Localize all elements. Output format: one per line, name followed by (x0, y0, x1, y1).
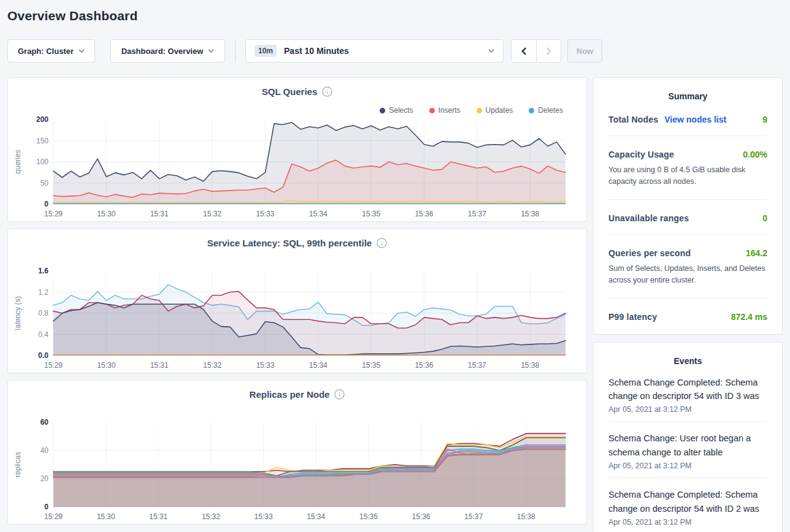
chart-title: Replicas per Node (250, 389, 330, 400)
overview-dashboard-page: Overview Dashboard Graph: Cluster Dashbo… (0, 0, 790, 532)
info-icon[interactable]: i (322, 86, 332, 97)
unavailable-ranges-value: 0 (762, 213, 767, 223)
queries-per-second-value: 164.2 (746, 248, 767, 258)
event-timestamp: Apr 05, 2021 at 3:12 PM (608, 515, 767, 526)
chart-sql-queries: SQL Queries i SelectsInsertsUpdatesDelet… (7, 77, 587, 222)
svg-text:0.0: 0.0 (38, 351, 48, 360)
svg-text:15:35: 15:35 (362, 210, 380, 218)
legend-dot (529, 108, 534, 113)
svg-text:15:31: 15:31 (149, 512, 167, 521)
summary-title: Summary (608, 91, 767, 101)
chevron-down-icon (208, 49, 214, 53)
svg-text:15:32: 15:32 (202, 512, 220, 521)
time-range-dropdown[interactable]: 10m Past 10 Minutes (245, 39, 504, 63)
now-button[interactable]: Now (567, 39, 602, 63)
total-nodes-row: Total Nodes View nodes list 9 (608, 101, 767, 124)
svg-text:0.4: 0.4 (38, 330, 48, 339)
p99-latency-row: P99 latency 872.4 ms (608, 298, 767, 322)
svg-text:15:38: 15:38 (517, 512, 535, 521)
dashboard-dropdown-label: Dashboard: Overview (121, 47, 204, 56)
info-icon[interactable]: i (334, 389, 345, 400)
chart-service-latency: Service Latency: SQL, 99th percentile i … (7, 229, 587, 373)
view-nodes-list-link[interactable]: View nodes list (664, 115, 726, 124)
svg-text:15:29: 15:29 (44, 210, 63, 218)
svg-text:i: i (339, 391, 340, 398)
time-nav-group (511, 39, 561, 63)
svg-text:i: i (327, 88, 328, 95)
svg-text:100: 100 (36, 158, 48, 166)
sql-queries-plot[interactable]: 15:2915:3015:3115:3215:3315:3415:3515:36… (12, 113, 585, 219)
service-latency-plot[interactable]: 15:2915:3015:3115:3215:3315:3415:3515:36… (12, 265, 585, 370)
svg-text:15:36: 15:36 (415, 210, 433, 218)
svg-text:queries: queries (13, 150, 22, 173)
p99-latency-value: 872.4 ms (731, 312, 767, 322)
capacity-usage-label: Capacity Usage (608, 150, 674, 159)
svg-text:15:33: 15:33 (255, 512, 273, 521)
sidebar: Summary Total Nodes View nodes list 9 Ca… (593, 77, 783, 532)
event-item[interactable]: Schema Change Completed: Schema change o… (608, 478, 767, 532)
events-panel: Events Schema Change Completed: Schema c… (593, 342, 783, 532)
p99-latency-label: P99 latency (608, 312, 657, 322)
dashboard-dropdown[interactable]: Dashboard: Overview (110, 39, 225, 63)
queries-per-second-desc: Sum of Selects, Updates, Inserts, and De… (608, 258, 767, 298)
events-title: Events (608, 356, 767, 366)
total-nodes-label: Total Nodes (608, 115, 658, 124)
svg-text:15:30: 15:30 (97, 361, 115, 370)
svg-text:15:30: 15:30 (97, 210, 115, 218)
chart-title: SQL Queries (262, 86, 318, 97)
time-next-button[interactable] (536, 40, 561, 62)
graph-dropdown-label: Graph: Cluster (18, 47, 74, 56)
legend-dot (477, 108, 482, 113)
svg-text:15:38: 15:38 (521, 210, 539, 218)
queries-per-second-label: Queries per second (608, 248, 691, 258)
svg-text:1.2: 1.2 (38, 288, 48, 297)
divider (608, 124, 767, 136)
event-timestamp: Apr 05, 2021 at 3:12 PM (608, 403, 767, 414)
total-nodes-value: 9 (762, 115, 767, 124)
svg-text:50: 50 (40, 179, 49, 188)
time-prev-button[interactable] (512, 40, 536, 62)
svg-text:15:29: 15:29 (44, 361, 63, 370)
svg-text:15:35: 15:35 (362, 361, 380, 370)
event-text: Schema Change Completed: Schema change o… (608, 376, 767, 403)
svg-text:15:37: 15:37 (464, 512, 483, 521)
svg-text:15:35: 15:35 (359, 512, 378, 521)
info-icon[interactable]: i (377, 238, 387, 248)
time-range-label: Past 10 Minutes (284, 46, 349, 56)
events-list: Schema Change Completed: Schema change o… (608, 366, 767, 532)
svg-text:15:30: 15:30 (97, 512, 115, 521)
svg-text:15:34: 15:34 (309, 361, 328, 370)
event-item[interactable]: Schema Change: User root began a schema … (608, 422, 767, 478)
svg-text:15:31: 15:31 (150, 210, 169, 218)
svg-text:15:29: 15:29 (44, 512, 63, 521)
replicas-plot[interactable]: 15:2915:3015:3115:3215:3315:3415:3515:36… (12, 416, 585, 522)
unavailable-ranges-label: Unavailable ranges (608, 213, 689, 223)
charts-column: SQL Queries i SelectsInsertsUpdatesDelet… (7, 77, 587, 525)
svg-text:15:36: 15:36 (415, 361, 433, 370)
svg-text:15:36: 15:36 (412, 512, 430, 521)
svg-text:0: 0 (44, 200, 48, 208)
svg-text:200: 200 (36, 115, 48, 124)
svg-text:0: 0 (44, 503, 48, 511)
svg-text:60: 60 (40, 418, 49, 427)
capacity-usage-desc: You are using 0 B of 4.5 GiB usable disk… (608, 159, 767, 200)
svg-text:15:34: 15:34 (307, 512, 325, 521)
chart-title: Service Latency: SQL, 99th percentile (207, 238, 372, 248)
svg-text:20: 20 (40, 474, 49, 483)
time-range-badge: 10m (255, 45, 277, 57)
legend-dot (429, 108, 435, 113)
svg-text:15:34: 15:34 (309, 210, 328, 218)
svg-text:15:33: 15:33 (256, 210, 274, 218)
event-text: Schema Change: User root began a schema … (608, 431, 767, 459)
main-content: SQL Queries i SelectsInsertsUpdatesDelet… (7, 77, 783, 532)
svg-text:15:32: 15:32 (203, 210, 221, 218)
svg-text:15:37: 15:37 (468, 210, 486, 218)
capacity-usage-value: 0.00% (743, 150, 767, 159)
event-item[interactable]: Schema Change Completed: Schema change o… (608, 366, 767, 422)
graph-dropdown[interactable]: Graph: Cluster (7, 39, 95, 63)
chevron-right-icon (546, 47, 551, 55)
capacity-usage-row: Capacity Usage 0.00% (608, 136, 767, 159)
chevron-down-icon (488, 49, 494, 53)
svg-text:1.6: 1.6 (38, 267, 48, 275)
summary-panel: Summary Total Nodes View nodes list 9 Ca… (593, 77, 783, 335)
